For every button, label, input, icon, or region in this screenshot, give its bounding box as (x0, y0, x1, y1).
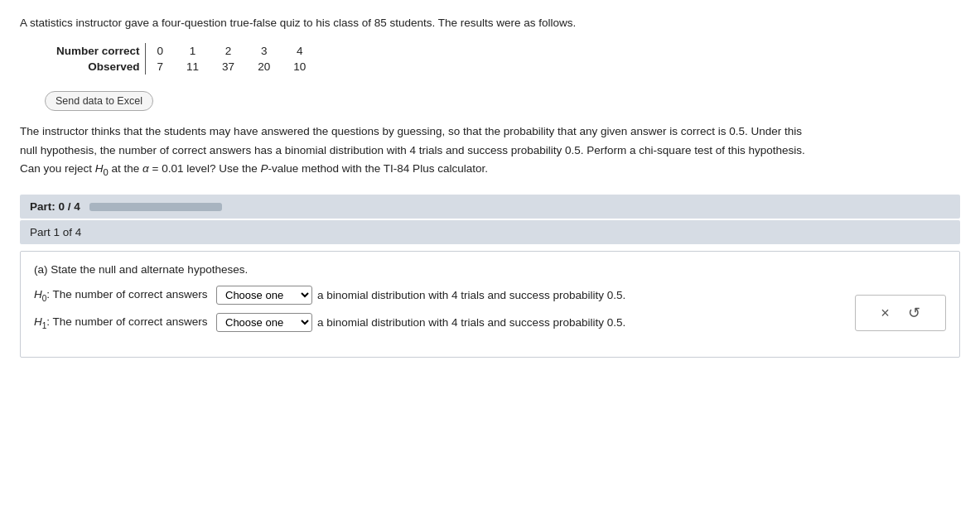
h1-suffix: a binomial distribution with 4 trials an… (317, 316, 625, 329)
h0-label: H0: The number of correct answers (34, 288, 216, 303)
feedback-box: × ↺ (855, 295, 946, 331)
part-content-area: (a) State the null and alternate hypothe… (20, 251, 960, 358)
h0-row: H0: The number of correct answers Choose… (34, 286, 835, 305)
observed-0: 7 (145, 59, 175, 75)
col-4: 4 (282, 43, 317, 59)
observed-2: 37 (210, 59, 246, 75)
observed-1: 11 (175, 59, 210, 75)
hypothesis-section: H0: The number of correct answers Choose… (34, 286, 946, 340)
col-0: 0 (145, 43, 175, 59)
number-correct-label: Number correct (45, 43, 145, 59)
h1-label: H1: The number of correct answers (34, 315, 216, 330)
feedback-x-icon: × (881, 305, 890, 322)
h1-row: H1: The number of correct answers Choose… (34, 313, 835, 332)
intro-text: A statistics instructor gave a four-ques… (20, 15, 960, 31)
problem-line1: The instructor thinks that the students … (20, 125, 802, 137)
part-label-bar: Part 1 of 4 (20, 220, 960, 244)
observed-3: 20 (246, 59, 282, 75)
h0-dropdown[interactable]: Choose one has does not have (216, 286, 312, 305)
problem-description: The instructor thinks that the students … (20, 123, 960, 180)
h1-dropdown[interactable]: Choose one has does not have (216, 313, 312, 332)
h0-suffix: a binomial distribution with 4 trials an… (317, 289, 625, 301)
col-1: 1 (175, 43, 210, 59)
part-progress-label: Part: 0 / 4 (30, 200, 80, 213)
problem-line3: Can you reject H0 at the α = 0.01 level?… (20, 162, 488, 175)
hypothesis-rows: H0: The number of correct answers Choose… (34, 286, 835, 340)
part-subheading: (a) State the null and alternate hypothe… (34, 263, 946, 276)
part-label: Part 1 of 4 (30, 226, 81, 238)
feedback-redo-icon[interactable]: ↺ (908, 304, 920, 322)
observed-4: 10 (282, 59, 317, 75)
part-progress-bar: Part: 0 / 4 (20, 195, 960, 219)
col-2: 2 (210, 43, 246, 59)
progress-bar-fill (89, 203, 222, 211)
data-table: Number correct 0 1 2 3 4 Observed 7 11 3… (45, 43, 317, 75)
problem-line2: null hypothesis, the number of correct a… (20, 144, 805, 156)
send-excel-button[interactable]: Send data to Excel (45, 91, 153, 111)
col-3: 3 (246, 43, 282, 59)
observed-label: Observed (45, 59, 145, 75)
